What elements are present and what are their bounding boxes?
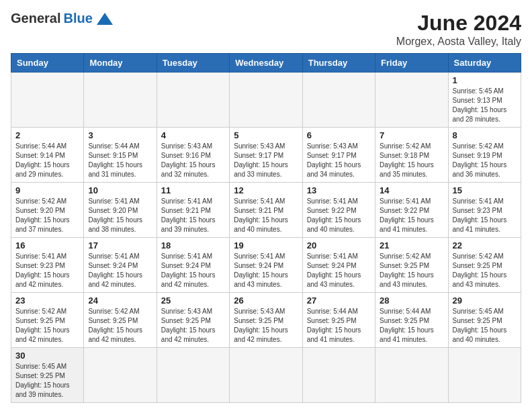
empty-cell [375,348,448,403]
empty-cell [84,73,157,128]
day-11: 11 Sunrise: 5:41 AM Sunset: 9:21 PM Dayl… [157,183,229,238]
day-19: 19 Sunrise: 5:41 AM Sunset: 9:24 PM Dayl… [230,238,302,293]
day-16: 16 Sunrise: 5:41 AM Sunset: 9:23 PM Dayl… [11,238,84,293]
day-15: 15 Sunrise: 5:41 AM Sunset: 9:23 PM Dayl… [448,183,521,238]
day-24: 24 Sunrise: 5:42 AM Sunset: 9:25 PM Dayl… [84,293,157,348]
day-20: 20 Sunrise: 5:41 AM Sunset: 9:24 PM Dayl… [302,238,375,293]
day-12: 12 Sunrise: 5:41 AM Sunset: 9:21 PM Dayl… [230,183,302,238]
day-29: 29 Sunrise: 5:45 AM Sunset: 9:25 PM Dayl… [448,293,521,348]
day-27: 27 Sunrise: 5:44 AM Sunset: 9:25 PM Dayl… [302,293,375,348]
title-area: June 2024 Morgex, Aosta Valley, Italy [396,11,521,48]
empty-cell [375,73,448,128]
day-21: 21 Sunrise: 5:42 AM Sunset: 9:25 PM Dayl… [375,238,448,293]
logo-blue: Blue [63,11,92,26]
day-28: 28 Sunrise: 5:44 AM Sunset: 9:25 PM Dayl… [375,293,448,348]
svg-marker-0 [97,13,113,25]
logo-icon [95,11,114,26]
week-row-3: 9 Sunrise: 5:42 AM Sunset: 9:20 PM Dayli… [11,183,521,238]
day-1: 1 Sunrise: 5:45 AM Sunset: 9:13 PM Dayli… [448,73,521,128]
header-tuesday: Tuesday [157,54,229,73]
header-monday: Monday [84,54,157,73]
day-2: 2 Sunrise: 5:44 AM Sunset: 9:14 PM Dayli… [11,128,84,183]
empty-cell [302,348,375,403]
logo-general: General [11,11,60,26]
week-row-4: 16 Sunrise: 5:41 AM Sunset: 9:23 PM Dayl… [11,238,521,293]
empty-cell [230,73,302,128]
empty-cell [230,348,302,403]
header-saturday: Saturday [448,54,521,73]
logo-area: General Blue [11,11,114,26]
day-6: 6 Sunrise: 5:43 AM Sunset: 9:17 PM Dayli… [302,128,375,183]
week-row-5: 23 Sunrise: 5:42 AM Sunset: 9:25 PM Dayl… [11,293,521,348]
day-9: 9 Sunrise: 5:42 AM Sunset: 9:20 PM Dayli… [11,183,84,238]
subtitle: Morgex, Aosta Valley, Italy [396,36,521,48]
day-18: 18 Sunrise: 5:41 AM Sunset: 9:24 PM Dayl… [157,238,229,293]
day-25: 25 Sunrise: 5:43 AM Sunset: 9:25 PM Dayl… [157,293,229,348]
page-header: General Blue June 2024 Morgex, Aosta Val… [11,11,521,48]
header-sunday: Sunday [11,54,84,73]
day-26: 26 Sunrise: 5:43 AM Sunset: 9:25 PM Dayl… [230,293,302,348]
day-4: 4 Sunrise: 5:43 AM Sunset: 9:16 PM Dayli… [157,128,229,183]
day-23: 23 Sunrise: 5:42 AM Sunset: 9:25 PM Dayl… [11,293,84,348]
empty-cell [157,348,229,403]
empty-cell [302,73,375,128]
day-30: 30 Sunrise: 5:45 AM Sunset: 9:25 PM Dayl… [11,348,84,403]
main-title: June 2024 [396,11,521,36]
day-8: 8 Sunrise: 5:42 AM Sunset: 9:19 PM Dayli… [448,128,521,183]
day-7: 7 Sunrise: 5:42 AM Sunset: 9:18 PM Dayli… [375,128,448,183]
day-17: 17 Sunrise: 5:41 AM Sunset: 9:24 PM Dayl… [84,238,157,293]
header-wednesday: Wednesday [230,54,302,73]
empty-cell [157,73,229,128]
day-5: 5 Sunrise: 5:43 AM Sunset: 9:17 PM Dayli… [230,128,302,183]
week-row-1: 1 Sunrise: 5:45 AM Sunset: 9:13 PM Dayli… [11,73,521,128]
day-3: 3 Sunrise: 5:44 AM Sunset: 9:15 PM Dayli… [84,128,157,183]
header-friday: Friday [375,54,448,73]
day-13: 13 Sunrise: 5:41 AM Sunset: 9:22 PM Dayl… [302,183,375,238]
calendar-table: Sunday Monday Tuesday Wednesday Thursday… [11,53,521,403]
header-thursday: Thursday [302,54,375,73]
day-14: 14 Sunrise: 5:41 AM Sunset: 9:22 PM Dayl… [375,183,448,238]
weekday-header-row: Sunday Monday Tuesday Wednesday Thursday… [11,54,521,73]
week-row-2: 2 Sunrise: 5:44 AM Sunset: 9:14 PM Dayli… [11,128,521,183]
empty-cell [448,348,521,403]
day-10: 10 Sunrise: 5:41 AM Sunset: 9:20 PM Dayl… [84,183,157,238]
day-22: 22 Sunrise: 5:42 AM Sunset: 9:25 PM Dayl… [448,238,521,293]
week-row-6: 30 Sunrise: 5:45 AM Sunset: 9:25 PM Dayl… [11,348,521,403]
empty-cell [84,348,157,403]
empty-cell [11,73,84,128]
